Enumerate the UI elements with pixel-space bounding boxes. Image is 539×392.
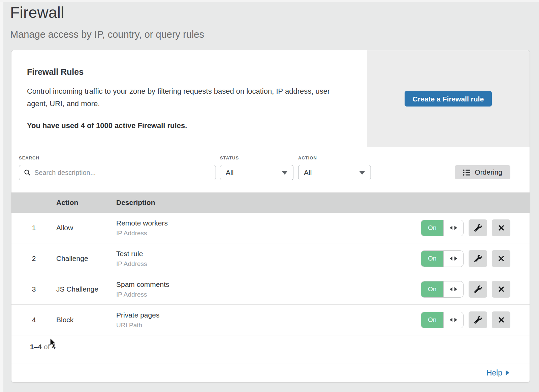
help-link[interactable]: Help [486,368,509,378]
toggle-on-label: On [421,220,443,236]
rule-controls: On [421,311,510,328]
ordering-button-label: Ordering [475,168,502,176]
description-column-header: Description [116,199,530,207]
help-arrow-icon [506,370,509,375]
arrow-right-icon [454,318,457,322]
mouse-cursor [50,338,57,349]
action-select[interactable]: All [298,165,371,180]
table-row: 4 Block Private pages URI Path On [11,305,530,335]
rule-description-cell: Spam comments IP Address [116,280,421,298]
edit-rule-button[interactable] [469,281,487,298]
rule-enabled-toggle[interactable]: On [421,251,463,267]
card-footer: Help [11,363,530,382]
arrow-right-icon [454,257,457,261]
action-column-header: Action [56,199,116,207]
arrow-left-icon [450,287,452,291]
wrench-icon [474,285,482,293]
rules-usage-note: You have used 4 of 1000 active Firewall … [27,121,353,130]
delete-rule-button[interactable] [492,219,510,236]
toggle-knob[interactable] [443,220,463,236]
arrow-left-icon [450,318,452,322]
status-select-value: All [226,169,233,177]
wrench-icon [474,255,482,262]
toggle-on-label: On [421,281,443,297]
card-top-section: Firewall Rules Control incoming traffic … [11,50,530,147]
rule-description: Spam comments [116,280,421,289]
edit-rule-button[interactable] [469,219,487,236]
rule-action: Challenge [56,254,116,263]
search-label: SEARCH [19,155,216,160]
edit-rule-button[interactable] [469,250,487,267]
table-row: 3 JS Challenge Spam comments IP Address … [11,274,530,305]
status-label: STATUS [220,155,293,160]
rule-priority: 3 [11,285,56,293]
arrow-right-icon [454,287,457,291]
table-header: Action Description [11,192,530,213]
rule-description: Private pages [116,311,421,319]
table-row: 1 Allow Remote workers IP Address On [11,213,530,243]
search-box [19,165,216,180]
rule-controls: On [421,281,510,298]
delete-rule-button[interactable] [492,250,510,267]
rule-priority: 4 [11,316,56,324]
toggle-knob[interactable] [443,251,463,267]
ordered-list-icon [463,169,471,176]
rule-enabled-toggle[interactable]: On [421,220,463,236]
rule-match-type: IP Address [116,291,421,298]
create-firewall-rule-button[interactable]: Create a Firewall rule [405,91,492,107]
table-row: 2 Challenge Test rule IP Address On [11,243,530,274]
rule-description-cell: Test rule IP Address [116,250,421,268]
status-select[interactable]: All [220,165,293,180]
arrow-left-icon [450,226,452,230]
page-subtitle: Manage access by IP, country, or query r… [10,29,539,40]
action-select-value: All [304,169,312,177]
rule-priority: 2 [11,254,56,263]
toggle-on-label: On [421,251,443,267]
rules-heading: Firewall Rules [27,67,353,77]
rule-enabled-toggle[interactable]: On [421,281,463,297]
x-icon [498,317,504,323]
search-filter: SEARCH [19,155,216,180]
wrench-icon [474,224,482,232]
page-title: Firewall [10,3,539,22]
search-icon [24,169,31,176]
filters-bar: SEARCH STATUS All ACTION All [11,147,530,192]
rule-description-cell: Remote workers IP Address [116,219,421,237]
x-icon [498,255,504,262]
rule-match-type: URI Path [116,322,421,329]
toggle-on-label: On [421,312,443,328]
rule-match-type: IP Address [116,230,421,237]
chevron-down-icon [282,171,288,175]
pagination-range: 1–4 [30,343,42,351]
rule-enabled-toggle[interactable]: On [421,312,463,328]
search-input[interactable] [34,169,211,177]
wrench-icon [474,316,482,324]
pagination-summary: 1–4of4 [11,335,530,363]
rule-action: Block [56,316,116,324]
toggle-knob[interactable] [443,281,463,297]
toggle-knob[interactable] [443,312,463,328]
chevron-down-icon [359,171,365,175]
arrow-right-icon [454,226,457,230]
rule-action: JS Challenge [56,285,116,293]
window-edge-top [0,0,539,2]
page-header: Firewall Manage access by IP, country, o… [0,0,539,40]
x-icon [498,286,504,292]
window-edge-left [0,0,3,392]
arrow-left-icon [450,257,452,261]
delete-rule-button[interactable] [492,311,510,328]
action-label: ACTION [298,155,371,160]
rule-controls: On [421,219,510,236]
firewall-rules-card: Firewall Rules Control incoming traffic … [11,50,530,383]
rule-action: Allow [56,224,116,232]
create-rule-panel: Create a Firewall rule [367,50,530,147]
ordering-button[interactable]: Ordering [455,165,510,179]
rule-match-type: IP Address [116,260,421,268]
delete-rule-button[interactable] [492,281,510,298]
rule-description-cell: Private pages URI Path [116,311,421,329]
rule-controls: On [421,250,510,267]
x-icon [498,225,504,231]
rules-description: Control incoming traffic to your zone by… [27,85,350,110]
edit-rule-button[interactable] [469,311,487,328]
status-filter: STATUS All [220,155,293,180]
